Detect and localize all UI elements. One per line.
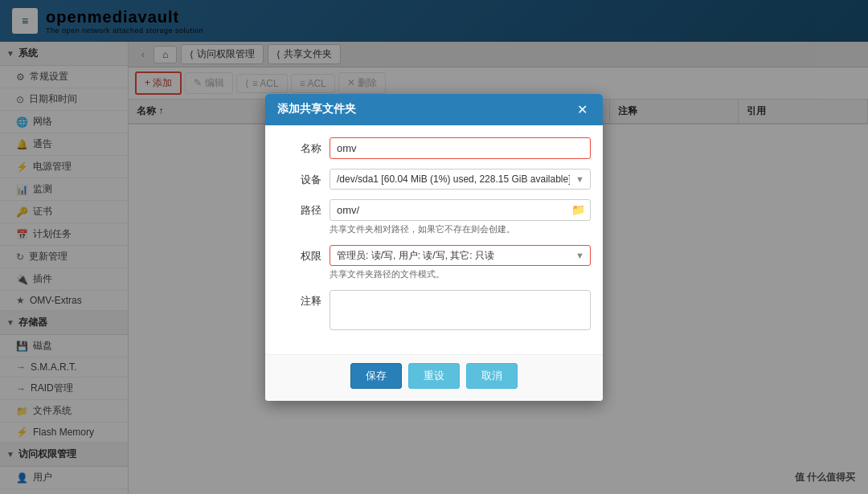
form-row-name: 名称 [277,137,591,159]
perm-select[interactable]: 管理员: 读/写, 用户: 读/写, 其它: 只读 [330,245,591,266]
form-row-device: 设备 /dev/sda1 [60.04 MiB (1%) used, 228.1… [277,169,591,190]
device-label: 设备 [277,169,321,187]
folder-icon[interactable]: 📁 [571,203,585,216]
perm-select-container: 管理员: 读/写, 用户: 读/写, 其它: 只读 ▼ [330,245,591,266]
note-textarea[interactable] [330,290,591,330]
note-label: 注释 [277,290,321,308]
perm-select-wrap: 管理员: 读/写, 用户: 读/写, 其它: 只读 ▼ 共享文件夹路径的文件模式… [330,245,591,280]
modal-overlay: 添加共享文件夹 ✕ 名称 设备 /dev/sda1 [60.04 MiB (1%… [0,0,868,494]
note-input-wrap [330,290,591,333]
path-hint: 共享文件夹相对路径，如果它不存在则会创建。 [330,223,591,235]
device-select-container: /dev/sda1 [60.04 MiB (1%) used, 228.15 G… [330,169,591,190]
perm-hint: 共享文件夹路径的文件模式。 [330,268,591,280]
perm-label: 权限 [277,245,321,263]
form-row-path: 路径 📁 共享文件夹相对路径，如果它不存在则会创建。 [277,199,591,235]
form-row-perm: 权限 管理员: 读/写, 用户: 读/写, 其它: 只读 ▼ 共享文件夹路径的文… [277,245,591,280]
path-input[interactable] [330,199,591,221]
device-select[interactable]: /dev/sda1 [60.04 MiB (1%) used, 228.15 G… [330,169,591,190]
path-container: 📁 [330,199,591,221]
dialog-footer: 保存 重设 取消 [265,354,603,401]
dialog-title: 添加共享文件夹 [277,102,356,116]
add-share-dialog: 添加共享文件夹 ✕ 名称 设备 /dev/sda1 [60.04 MiB (1%… [265,94,603,401]
name-input-wrap [330,137,591,159]
form-row-note: 注释 [277,290,591,333]
reset-button[interactable]: 重设 [408,363,460,389]
name-input[interactable] [330,137,591,159]
dialog-body: 名称 设备 /dev/sda1 [60.04 MiB (1%) used, 22… [265,125,603,354]
cancel-button[interactable]: 取消 [466,363,518,389]
dialog-close-button[interactable]: ✕ [574,102,591,117]
device-select-wrap: /dev/sda1 [60.04 MiB (1%) used, 228.15 G… [330,169,591,190]
name-label: 名称 [277,137,321,156]
path-input-wrap: 📁 共享文件夹相对路径，如果它不存在则会创建。 [330,199,591,235]
path-label: 路径 [277,199,321,218]
dialog-header: 添加共享文件夹 ✕ [265,94,603,125]
save-button[interactable]: 保存 [350,363,402,389]
